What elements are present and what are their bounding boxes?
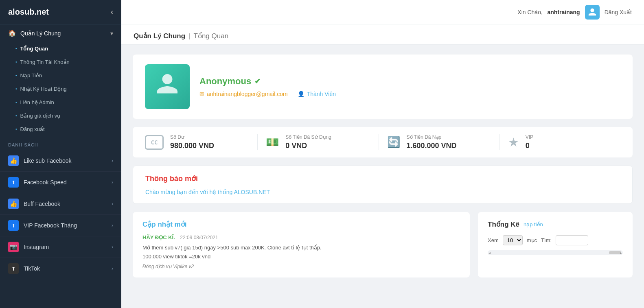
submenu-lien-he[interactable]: Liên hệ Admin [0, 96, 121, 109]
stat-vip-icon: ★ [508, 135, 519, 149]
management-chevron-icon: ▾ [110, 30, 113, 37]
stat-vip-label: VIP [526, 134, 533, 140]
profile-info: Anonymous ✔ ✉ anhtrainangblogger@gmail.c… [199, 76, 620, 97]
submenu-nhat-ky[interactable]: Nhật Ký Hoạt Động [0, 82, 121, 96]
vip-facebook-thang-chevron: › [112, 223, 113, 228]
tiktok-icon: T [8, 263, 19, 274]
role-icon: 👤 [298, 91, 304, 97]
home-icon: 🏠 [8, 29, 16, 37]
stats-view-select[interactable]: 10 25 50 [503, 235, 523, 245]
sidebar-toggle[interactable]: ‹ [111, 8, 113, 16]
stats-panel-nap-tien-link[interactable]: nạp tiền [524, 221, 543, 227]
stat-da-nap-label: Số Tiền Đã Nạp [407, 134, 457, 140]
stat-so-du-icon: CC [145, 135, 164, 150]
scrollbar[interactable]: ◂ ▸ [488, 250, 623, 255]
submenu-nap-tien[interactable]: Nạp Tiền [0, 69, 121, 82]
scrollbar-left-arrow[interactable]: ◂ [488, 251, 491, 255]
sidebar: alosub.net ‹ 🏠 Quản Lý Chung ▾ Tổng Quan… [0, 0, 121, 308]
submenu-dang-xuat[interactable]: Đăng xuất [0, 122, 121, 136]
topbar-username: anhtrainang [548, 9, 580, 15]
stat-so-du: CC Số Dư 980.000 VND [145, 134, 258, 150]
stat-su-dung: 💵 Số Tiền Đã Sử Dụng 0 VND [258, 134, 379, 150]
stat-su-dung-label: Số Tiền Đã Sử Dụng [285, 134, 331, 140]
email-icon: ✉ [199, 91, 204, 97]
facebook-speed-label: Facebook Speed [24, 179, 67, 186]
breadcrumb: Quản Lý Chung | Tổng Quan [121, 24, 644, 45]
stats-panel-title: Thống Kê [488, 220, 519, 229]
instagram-label: Instagram [24, 244, 49, 250]
profile-avatar-box [145, 64, 190, 109]
updates-date: 22:09 08/07/2021 [180, 235, 218, 240]
sidebar-item-buff-facebook[interactable]: 👍 Buff Facebook › [0, 193, 121, 214]
stats-panel: Thống Kê nạp tiền Xem 10 25 50 mục Tìm: … [478, 212, 633, 277]
content-area: Anonymous ✔ ✉ anhtrainangblogger@gmail.c… [121, 45, 644, 308]
management-group-header[interactable]: 🏠 Quản Lý Chung ▾ [0, 24, 121, 42]
stat-vip: ★ VIP 0 [500, 134, 620, 150]
stat-da-nap-value: 1.600.000 VND [407, 142, 457, 150]
notification-card: Thông báo mới Chào mừng bạn đến với hệ t… [133, 166, 633, 204]
bottom-row: Cập nhật mới HÃY ĐỌC KĨ. 22:09 08/07/202… [133, 212, 633, 277]
buff-facebook-chevron: › [112, 201, 113, 207]
profile-email: ✉ anhtrainangblogger@gmail.com [199, 91, 288, 97]
sidebar-logo[interactable]: alosub.net ‹ [0, 0, 121, 24]
stat-so-du-label: Số Dư [170, 134, 214, 140]
sidebar-item-instagram[interactable]: 📷 Instagram › [0, 236, 121, 258]
sidebar-menu: 🏠 Quản Lý Chung ▾ Tổng Quan Thông Tin Tà… [0, 24, 121, 136]
sidebar-item-tiktok[interactable]: T TikTok › [0, 258, 121, 279]
stats-panel-header: Thống Kê nạp tiền [488, 220, 623, 229]
stat-da-nap-icon: 🔄 [387, 136, 400, 149]
notification-body: Chào mừng bạn đến với hệ thống ALOSUB.NE… [145, 189, 620, 195]
buff-facebook-label: Buff Facebook [24, 201, 60, 207]
profile-avatar-icon [155, 72, 180, 101]
logout-button[interactable]: Đăng Xuất [605, 9, 632, 15]
tiktok-label: TikTok [24, 265, 40, 272]
updates-card: Cập nhật mới HÃY ĐỌC KĨ. 22:09 08/07/202… [133, 212, 470, 277]
notification-title: Thông báo mới [145, 174, 620, 183]
main-content: Xin Chào, anhtrainang Đăng Xuất Quản Lý … [121, 0, 644, 308]
topbar: Xin Chào, anhtrainang Đăng Xuất [121, 0, 644, 24]
topbar-greeting: Xin Chào, anhtrainang [517, 9, 580, 15]
stat-su-dung-value: 0 VND [285, 142, 331, 150]
management-group-label: Quản Lý Chung [20, 30, 61, 37]
instagram-chevron: › [112, 244, 113, 250]
updates-more: Đóng dịch vụ Viplike v2 [142, 264, 460, 269]
topbar-right: Xin Chào, anhtrainang Đăng Xuất [517, 5, 632, 20]
site-name: alosub.net [8, 7, 49, 17]
breadcrumb-sep: | [188, 32, 190, 40]
sidebar-item-vip-facebook-thang[interactable]: f VIP Facebook Tháng › [0, 214, 121, 236]
like-sub-facebook-label: Like sub Facebook [24, 157, 72, 164]
facebook-speed-chevron: › [112, 179, 113, 185]
stats-row: CC Số Dư 980.000 VND 💵 Số Tiền Đã Sử Dụn… [133, 127, 633, 157]
like-sub-facebook-icon: 👍 [8, 155, 19, 166]
stat-da-nap: 🔄 Số Tiền Đã Nạp 1.600.000 VND [379, 134, 500, 150]
submenu-bang-gia[interactable]: Bảng giá dịch vụ [0, 109, 121, 122]
instagram-icon: 📷 [8, 242, 19, 252]
sidebar-item-facebook-speed[interactable]: f Facebook Speed › [0, 171, 121, 193]
facebook-speed-icon: f [8, 177, 19, 188]
updates-text: Mở thêm sub v7( giá 15đ) ngày >500 sub m… [142, 243, 460, 261]
section-label: DANH SÁCH [0, 136, 121, 150]
breadcrumb-main: Quản Lý Chung [134, 32, 185, 40]
profile-card: Anonymous ✔ ✉ anhtrainangblogger@gmail.c… [133, 55, 633, 119]
submenu-tong-quan[interactable]: Tổng Quan [0, 42, 121, 55]
updates-title: Cập nhật mới [142, 220, 460, 229]
buff-facebook-icon: 👍 [8, 199, 19, 209]
vip-facebook-thang-icon: f [8, 220, 19, 231]
submenu-thong-tin[interactable]: Thông Tin Tài Khoản [0, 55, 121, 69]
like-sub-facebook-chevron: › [112, 158, 113, 164]
stat-vip-value: 0 [526, 142, 533, 150]
sidebar-item-like-sub-facebook[interactable]: 👍 Like sub Facebook › [0, 150, 121, 171]
updates-highlight: HÃY ĐỌC KĨ. [142, 234, 175, 240]
stats-controls: Xem 10 25 50 mục Tìm: [488, 235, 623, 245]
scrollbar-right-arrow[interactable]: ▸ [620, 251, 622, 255]
tiktok-chevron: › [112, 266, 113, 271]
stats-search-input[interactable] [556, 235, 588, 245]
stats-tim-label: Tìm: [541, 237, 552, 243]
management-group: 🏠 Quản Lý Chung ▾ Tổng Quan Thông Tin Tà… [0, 24, 121, 136]
scrollbar-thumb[interactable] [609, 251, 621, 254]
stat-su-dung-icon: 💵 [266, 136, 279, 149]
stats-muc-label: mục [527, 237, 537, 243]
profile-name: Anonymous ✔ [199, 76, 620, 87]
profile-role: 👤 Thành Viên [298, 91, 336, 97]
stat-so-du-value: 980.000 VND [170, 142, 214, 150]
